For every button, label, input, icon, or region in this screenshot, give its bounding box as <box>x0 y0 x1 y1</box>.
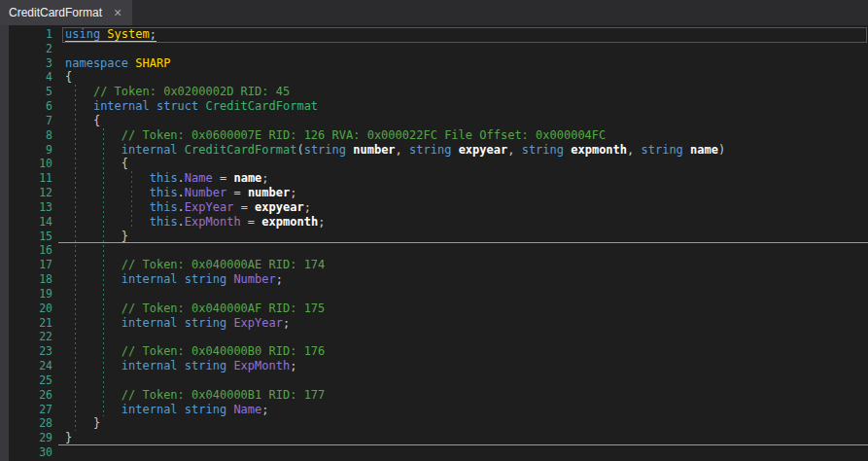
code-line[interactable]: 4{ <box>9 70 868 85</box>
code-line[interactable]: 13 this.ExpYear = expyear; <box>9 200 868 215</box>
code-line[interactable]: 30 <box>9 445 868 460</box>
code-token: // Token: 0x0200002D RID: 45 <box>93 85 290 98</box>
indent-whitespace <box>65 344 122 358</box>
tab-creditcardformat[interactable]: CreditCardFormat × <box>0 0 132 25</box>
line-number: 7 <box>9 114 52 128</box>
code-line[interactable]: 18 internal string Number; <box>9 272 868 287</box>
code-token: expmonth <box>261 215 318 229</box>
code-text[interactable]: this.ExpMonth = expmonth; <box>52 215 325 230</box>
code-text[interactable]: internal CreditCardFormat(string number,… <box>52 143 725 158</box>
code-token: internal string <box>122 403 234 416</box>
indent-guide-type-block <box>103 128 104 417</box>
code-line[interactable]: 15 } <box>9 230 868 244</box>
line-number: 26 <box>9 388 52 403</box>
code-text[interactable]: { <box>52 157 128 171</box>
code-text[interactable]: } <box>52 416 100 431</box>
code-text[interactable]: { <box>52 114 100 128</box>
line-number: 18 <box>9 272 52 287</box>
code-text[interactable]: this.ExpYear = expyear; <box>52 200 311 215</box>
code-text[interactable] <box>52 42 65 56</box>
code-text[interactable] <box>52 330 65 344</box>
code-line[interactable]: 19 <box>9 287 868 301</box>
code-token: expyear <box>255 200 304 214</box>
indent-whitespace <box>65 186 150 199</box>
code-line[interactable]: 5 // Token: 0x0200002D RID: 45 <box>9 85 868 99</box>
code-line[interactable]: 1using System; <box>9 27 868 42</box>
code-text[interactable]: internal struct CreditCardFormat <box>52 99 318 114</box>
code-text[interactable]: using System; <box>52 27 156 42</box>
code-token: ; <box>276 272 283 286</box>
code-line[interactable]: 2 <box>9 42 868 56</box>
code-token: System <box>107 27 149 41</box>
code-line[interactable]: 16 <box>9 243 868 258</box>
code-text[interactable]: // Token: 0x0200002D RID: 45 <box>52 85 290 99</box>
line-number: 13 <box>9 200 52 215</box>
code-editor[interactable]: 1using System;23namespace SHARP4{5 // To… <box>0 25 868 461</box>
decompiler-window: CreditCardFormat × 1using System;23names… <box>0 0 868 461</box>
panel-splitter[interactable] <box>0 25 9 461</box>
code-line[interactable]: 8 // Token: 0x0600007E RID: 126 RVA: 0x0… <box>9 128 868 143</box>
code-token: internal string <box>122 316 234 330</box>
close-icon[interactable]: × <box>114 6 122 19</box>
code-token: internal struct <box>93 99 206 113</box>
code-token: { <box>93 114 100 127</box>
code-text[interactable]: } <box>52 431 72 445</box>
code-token: ; <box>261 403 268 416</box>
code-text[interactable]: // Token: 0x040000AE RID: 174 <box>52 258 325 272</box>
code-text[interactable] <box>52 445 65 460</box>
code-text[interactable] <box>52 287 65 301</box>
code-text[interactable]: // Token: 0x040000B0 RID: 176 <box>52 344 325 359</box>
code-text[interactable]: namespace SHARP <box>52 56 170 71</box>
code-line[interactable]: 27 internal string Name; <box>9 403 868 417</box>
indent-whitespace <box>65 114 93 127</box>
code-token: . <box>178 171 185 185</box>
line-number: 12 <box>9 186 52 200</box>
code-text[interactable]: internal string ExpMonth; <box>52 359 296 373</box>
code-line[interactable]: 3namespace SHARP <box>9 56 868 71</box>
code-line[interactable]: 29} <box>9 431 868 445</box>
code-text[interactable]: this.Number = number; <box>52 186 296 200</box>
code-line[interactable]: 10 { <box>9 157 868 171</box>
code-line[interactable]: 7 { <box>9 114 868 128</box>
code-token: // Token: 0x0600007E RID: 126 RVA: 0x000… <box>122 128 607 142</box>
code-token: // Token: 0x040000AF RID: 175 <box>122 301 326 315</box>
code-token: ExpYear <box>233 316 283 330</box>
code-line[interactable]: 20 // Token: 0x040000AF RID: 175 <box>9 301 868 316</box>
code-token: { <box>65 70 72 84</box>
indent-whitespace <box>65 200 150 214</box>
code-text[interactable]: // Token: 0x040000B1 RID: 177 <box>52 388 325 403</box>
member-separator <box>58 242 868 243</box>
code-text[interactable]: internal string ExpYear; <box>52 316 290 331</box>
code-token: = <box>241 215 262 229</box>
code-line[interactable]: 9 internal CreditCardFormat(string numbe… <box>9 143 868 158</box>
code-text[interactable]: // Token: 0x040000AF RID: 175 <box>52 301 325 316</box>
code-text[interactable]: { <box>52 70 72 85</box>
code-line[interactable]: 21 internal string ExpYear; <box>9 316 868 331</box>
code-token: , <box>396 143 409 157</box>
code-line[interactable]: 11 this.Name = name; <box>9 171 868 186</box>
code-line[interactable]: 12 this.Number = number; <box>9 186 868 200</box>
code-text[interactable]: this.Name = name; <box>52 171 269 186</box>
code-line[interactable]: 14 this.ExpMonth = expmonth; <box>9 215 868 230</box>
code-text[interactable]: } <box>52 230 128 244</box>
indent-whitespace <box>65 403 122 416</box>
code-token: } <box>122 230 128 243</box>
code-text[interactable] <box>52 373 65 388</box>
code-line[interactable]: 28 } <box>9 416 868 431</box>
code-line[interactable]: 26 // Token: 0x040000B1 RID: 177 <box>9 388 868 403</box>
code-line[interactable]: 24 internal string ExpMonth; <box>9 359 868 373</box>
code-token: Number <box>233 272 275 286</box>
code-text[interactable]: internal string Name; <box>52 403 269 417</box>
code-line[interactable]: 25 <box>9 373 868 388</box>
line-number: 9 <box>9 143 52 158</box>
code-line[interactable]: 23 // Token: 0x040000B0 RID: 176 <box>9 344 868 359</box>
code-line[interactable]: 17 // Token: 0x040000AE RID: 174 <box>9 258 868 272</box>
line-number: 6 <box>9 99 52 114</box>
code-text[interactable] <box>52 243 65 258</box>
code-text[interactable]: internal string Number; <box>52 272 283 287</box>
code-line[interactable]: 22 <box>9 330 868 344</box>
code-line[interactable]: 6 internal struct CreditCardFormat <box>9 99 868 114</box>
code-text[interactable]: // Token: 0x0600007E RID: 126 RVA: 0x000… <box>52 128 606 143</box>
line-number: 19 <box>9 287 52 301</box>
code-token: this <box>150 200 178 214</box>
